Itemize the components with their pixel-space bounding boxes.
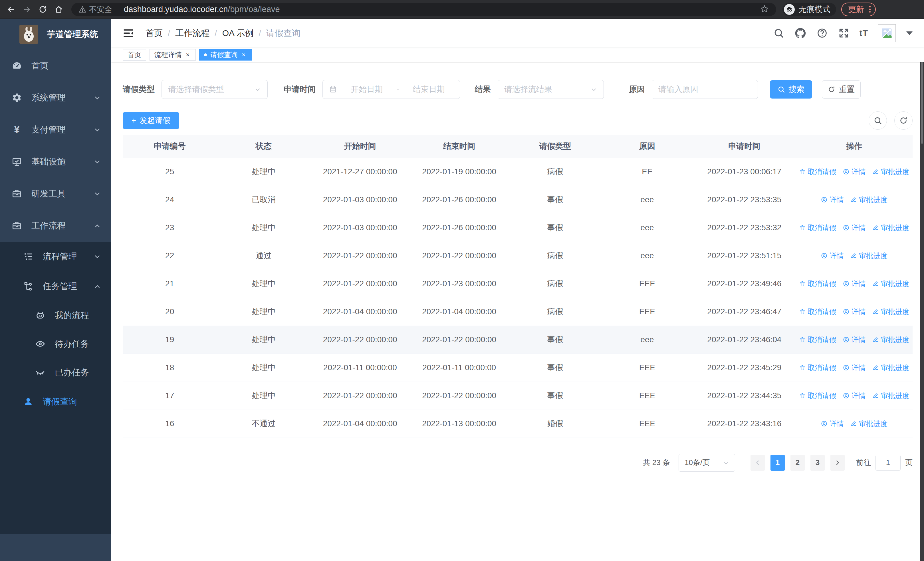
detail-link[interactable]: 详情	[843, 279, 866, 289]
detail-link[interactable]: 详情	[821, 419, 844, 429]
sidebar-item-workflow[interactable]: 工作流程	[0, 210, 111, 242]
search-icon[interactable]	[773, 27, 785, 39]
sidebar-item-leave-query[interactable]: 请假查询	[0, 387, 111, 417]
not-secure-warning[interactable]: 不安全	[79, 4, 112, 15]
cancel-leave-link[interactable]: 取消请假	[799, 363, 836, 373]
page-button-3[interactable]: 3	[810, 455, 825, 471]
detail-link[interactable]: 详情	[843, 167, 866, 176]
search-button[interactable]: 搜索	[770, 80, 812, 99]
close-icon[interactable]: ×	[184, 52, 191, 58]
approval-progress-link[interactable]: 审批进度	[872, 307, 909, 316]
next-page-button[interactable]	[830, 455, 844, 471]
sidebar-item-dev-tools[interactable]: 研发工具	[0, 177, 111, 210]
approval-progress-link[interactable]: 审批进度	[850, 251, 888, 260]
sidebar-item-label: 工作流程	[32, 220, 66, 232]
sidebar-item-process-mgmt[interactable]: 流程管理	[0, 242, 111, 271]
approval-progress-link[interactable]: 审批进度	[872, 335, 909, 344]
approval-progress-link[interactable]: 审批进度	[872, 279, 909, 289]
breadcrumb-oa-example[interactable]: OA 示例	[222, 27, 254, 39]
url-bar[interactable]: 不安全 dashboard.yudao.iocoder.cn/bpm/oa/le…	[71, 3, 776, 16]
help-icon[interactable]	[816, 27, 828, 39]
browser-update-button[interactable]: 更新	[841, 3, 876, 16]
goto-page-input[interactable]	[876, 455, 901, 471]
cancel-leave-link[interactable]: 取消请假	[799, 279, 836, 289]
approval-progress-link[interactable]: 审批进度	[872, 223, 909, 233]
detail-label: 详情	[852, 391, 866, 400]
detail-link[interactable]: 详情	[821, 251, 844, 260]
breadcrumb-workflow[interactable]: 工作流程	[175, 27, 210, 39]
sidebar-item-todo-tasks[interactable]: 待办任务	[0, 329, 111, 358]
detail-link[interactable]: 详情	[843, 363, 866, 373]
reset-button[interactable]: 重置	[822, 80, 861, 99]
detail-label: 详情	[852, 335, 866, 344]
detail-link[interactable]: 详情	[843, 307, 866, 316]
detail-link[interactable]: 详情	[843, 223, 866, 233]
trash-icon	[799, 392, 806, 399]
reason-input[interactable]	[652, 80, 758, 99]
approval-progress-link[interactable]: 审批进度	[872, 391, 909, 400]
sidebar-item-system[interactable]: 系统管理	[0, 82, 111, 114]
cancel-leave-link[interactable]: 取消请假	[799, 307, 836, 316]
hamburger-icon[interactable]	[123, 27, 135, 39]
prev-page-button[interactable]	[750, 455, 765, 471]
cancel-leave-link[interactable]: 取消请假	[799, 167, 836, 176]
logo-avatar	[20, 25, 38, 44]
cell-id: 17	[123, 382, 217, 410]
cell-status: 通过	[217, 242, 310, 270]
breadcrumb-home[interactable]: 首页	[146, 27, 163, 39]
detail-link[interactable]: 详情	[843, 391, 866, 400]
back-icon[interactable]	[5, 4, 16, 15]
tab-process-detail[interactable]: 流程详情×	[150, 49, 196, 60]
detail-link[interactable]: 详情	[821, 195, 844, 205]
apply-time-range-picker[interactable]: 开始日期 - 结束日期	[322, 80, 460, 99]
font-size-icon[interactable]: tT	[860, 28, 868, 38]
toggle-search-button[interactable]	[868, 111, 887, 130]
github-icon[interactable]	[795, 27, 806, 39]
home-icon[interactable]	[53, 4, 64, 15]
fullscreen-icon[interactable]	[838, 27, 850, 39]
table-row: 19 处理中 2022-01-22 00:00:00 2022-01-22 00…	[123, 326, 913, 353]
cancel-leave-link[interactable]: 取消请假	[799, 391, 836, 400]
avatar-caret-icon[interactable]	[906, 32, 913, 35]
cell-reason: EE	[601, 158, 693, 186]
bookmark-star-icon[interactable]	[760, 5, 769, 14]
approval-progress-link[interactable]: 审批进度	[850, 419, 888, 429]
page-button-2[interactable]: 2	[790, 455, 805, 471]
sidebar-item-infra[interactable]: 基础设施	[0, 146, 111, 177]
refresh-table-button[interactable]	[894, 111, 913, 130]
approval-progress-link[interactable]: 审批进度	[872, 167, 909, 176]
detail-link[interactable]: 详情	[843, 335, 866, 344]
sidebar-item-my-process[interactable]: 我的流程	[0, 301, 111, 329]
monitor-icon	[11, 156, 22, 167]
plus-icon: +	[132, 116, 136, 125]
cancel-leave-link[interactable]: 取消请假	[799, 223, 836, 233]
cell-leave-type: 事假	[509, 382, 602, 410]
approval-progress-link[interactable]: 审批进度	[850, 195, 888, 205]
incognito-badge: 无痕模式	[783, 3, 836, 16]
sidebar-item-home[interactable]: 首页	[0, 50, 111, 82]
sidebar-item-label: 基础设施	[32, 156, 66, 168]
tab-home[interactable]: 首页	[123, 49, 146, 60]
close-icon[interactable]: ×	[240, 52, 247, 58]
cancel-leave-link[interactable]: 取消请假	[799, 335, 836, 344]
sidebar-logo[interactable]: 芋道管理系统	[0, 19, 111, 50]
avatar[interactable]	[878, 24, 896, 42]
approval-progress-link[interactable]: 审批进度	[872, 363, 909, 373]
robot-face-icon	[35, 310, 46, 321]
url-separator	[118, 6, 118, 13]
window-scrollbar[interactable]	[920, 19, 924, 561]
reload-icon[interactable]	[37, 4, 48, 15]
result-select[interactable]: 请选择流结果	[498, 80, 604, 99]
page-button-1[interactable]: 1	[771, 455, 785, 471]
search-button-label: 搜索	[789, 84, 804, 95]
page-size-select[interactable]: 10条/页	[679, 454, 735, 472]
sidebar-item-task-mgmt[interactable]: 任务管理	[0, 271, 111, 301]
forward-icon[interactable]	[21, 4, 33, 15]
sidebar-item-done-tasks[interactable]: 已办任务	[0, 358, 111, 387]
tab-leave-query[interactable]: 请假查询×	[199, 49, 252, 60]
chevron-down-icon	[590, 86, 597, 93]
browser-menu-icon[interactable]	[869, 6, 871, 12]
create-leave-button[interactable]: + 发起请假	[123, 112, 179, 129]
leave-type-select[interactable]: 请选择请假类型	[162, 80, 268, 99]
sidebar-item-payment[interactable]: ¥ 支付管理	[0, 114, 111, 146]
